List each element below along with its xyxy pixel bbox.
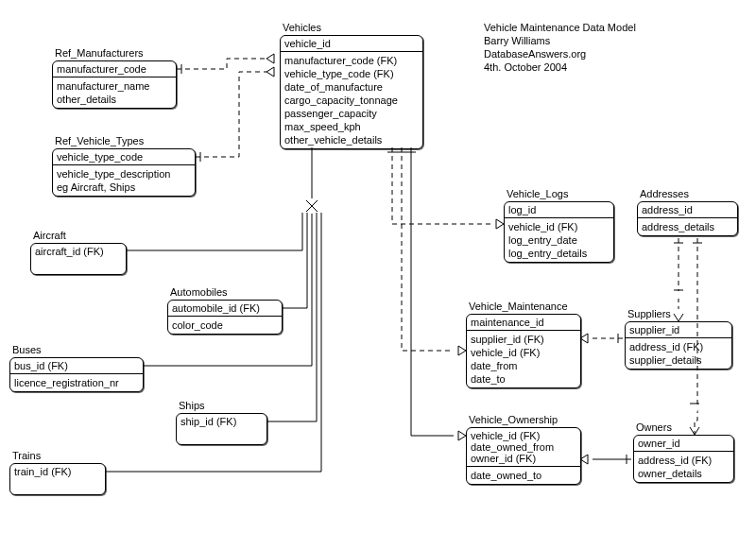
attr: address_details [642,220,733,233]
attr: vehicle_type_code (FK) [284,67,419,80]
attr: manufacturer_name [57,79,172,93]
pk-col: train_id (FK) [14,466,101,477]
pk-col: owner_id [638,438,730,449]
diagram-author: Barry Williams [484,34,636,47]
entity-vehicles: Vehicles vehicle_id manufacturer_code (F… [280,35,423,149]
pk-col: aircraft_id (FK) [35,246,122,257]
pk-col: bus_id (FK) [14,360,139,371]
entity-title: Trains [12,450,41,461]
attr: eg Aircraft, Ships [57,181,191,194]
attr: date_owned_to [471,469,576,482]
svg-line-6 [306,200,318,212]
rel-vehicles-logs [387,147,504,229]
entity-trains: Trains train_id (FK) [9,463,106,495]
entity-addresses: Addresses address_id address_details [637,201,738,236]
attr: passenger_capacity [284,107,419,120]
pk-col: supplier_id [629,324,728,335]
entity-owners: Owners owner_id address_id (FK) owner_de… [633,435,734,483]
pk-col: date_owned_from [471,441,576,453]
diagram-title: Vehicle Maintenance Data Model [484,21,636,34]
attr: log_entry_date [508,233,610,247]
pk-col: owner_id (FK) [471,453,576,464]
entity-title: Vehicle_Ownership [469,414,558,425]
entity-automobiles: Automobiles automobile_id (FK) color_cod… [167,300,283,335]
svg-point-5 [304,198,319,214]
pk-col: manufacturer_code [57,63,172,75]
rel-owners-ownership [580,455,631,464]
rel-vehicles-ownership [406,147,466,440]
diagram-meta: Vehicle Maintenance Data Model Barry Wil… [484,21,636,74]
diagram-date: 4th. October 2004 [484,60,636,74]
rel-aircraft-vehicles [127,213,302,250]
entity-title: Ref_Manufacturers [55,47,144,59]
entity-ships: Ships ship_id (FK) [176,413,267,445]
pk-col: address_id [642,204,733,215]
attr: other_vehicle_details [284,133,419,146]
diagram-site: DatabaseAnswers.org [484,47,636,60]
entity-title: Vehicle_Maintenance [469,301,568,312]
pk-col: vehicle_id [284,38,419,49]
entity-title: Vehicle_Logs [507,188,568,199]
entity-ref-manufacturers: Ref_Manufacturers manufacturer_code manu… [52,60,177,109]
attr: cargo_capacity_tonnage [284,94,419,107]
attr: color_code [172,318,278,332]
attr: supplier_details [629,353,728,367]
attr: date_to [471,372,576,386]
entity-title: Aircraft [33,230,66,241]
entity-buses: Buses bus_id (FK) licence_registration_n… [9,357,144,392]
attr: other_details [57,93,172,106]
pk-col: vehicle_type_code [57,151,191,163]
entity-aircraft: Aircraft aircraft_id (FK) [30,243,127,275]
entity-vehicle-maintenance: Vehicle_Maintenance maintenance_id suppl… [466,314,581,388]
rel-automobiles-vehicles [283,213,307,308]
attr: vehicle_type_description [57,167,191,181]
entity-title: Addresses [640,188,689,199]
attr: licence_registration_nr [14,376,139,389]
subtype-hub [304,147,319,214]
rel-buses-vehicles [144,214,312,366]
svg-line-7 [306,200,318,212]
entity-title: Owners [636,421,672,433]
attr: manufacturer_code (FK) [284,54,419,67]
rel-reftype-vehicles [196,67,274,162]
attr: date_from [471,359,576,372]
entity-vehicle-ownership: Vehicle_Ownership vehicle_id (FK) date_o… [466,427,581,485]
entity-title: Ref_Vehicle_Types [55,135,144,146]
pk-col: ship_id (FK) [180,416,263,427]
entity-vehicle-logs: Vehicle_Logs log_id vehicle_id (FK) log_… [504,201,614,263]
entity-title: Vehicles [283,22,321,33]
rel-addresses-suppliers [674,238,683,321]
entity-ref-vehicle-types: Ref_Vehicle_Types vehicle_type_code vehi… [52,148,196,197]
pk-col: log_id [508,204,610,215]
rel-vehicles-maintenance [397,147,466,355]
attr: vehicle_id (FK) [508,220,610,233]
rel-suppliers-maintenance [580,334,623,343]
erd-canvas: Vehicle Maintenance Data Model Barry Wil… [0,0,756,533]
entity-suppliers: Suppliers supplier_id address_id (FK) su… [625,321,732,370]
attr: log_entry_details [508,247,610,260]
attr: address_id (FK) [638,454,730,467]
entity-title: Ships [179,400,205,411]
attr: address_id (FK) [629,340,728,353]
rel-refmfr-vehicles [177,54,274,74]
attr: owner_details [638,467,730,480]
pk-col: maintenance_id [471,317,576,328]
attr: supplier_id (FK) [471,333,576,346]
attr: date_of_manufacture [284,80,419,94]
entity-title: Buses [12,344,42,355]
pk-col: automobile_id (FK) [172,302,278,314]
pk-col: vehicle_id (FK) [471,430,576,441]
attr: vehicle_id (FK) [471,346,576,359]
attr: max_speed_kph [284,120,419,133]
svg-point-26 [691,404,698,412]
svg-point-23 [675,291,682,299]
entity-title: Automobiles [170,286,228,298]
entity-title: Suppliers [627,308,671,319]
